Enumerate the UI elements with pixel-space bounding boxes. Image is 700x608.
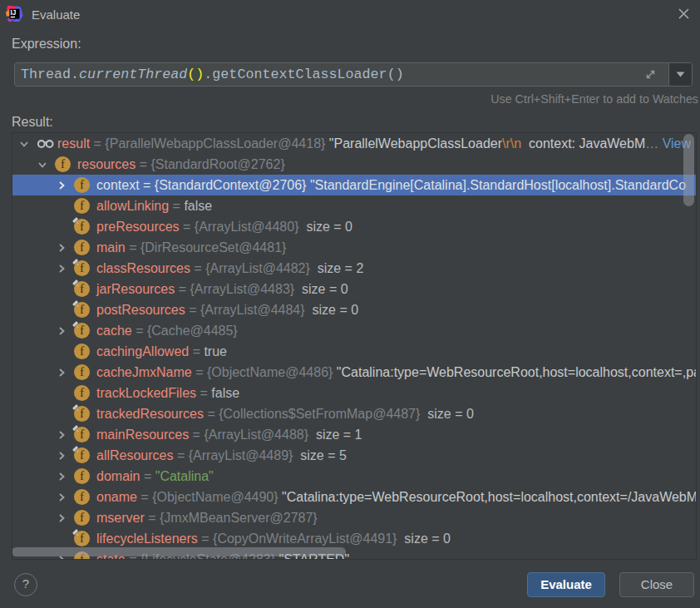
svg-text:IJ: IJ — [11, 9, 17, 17]
